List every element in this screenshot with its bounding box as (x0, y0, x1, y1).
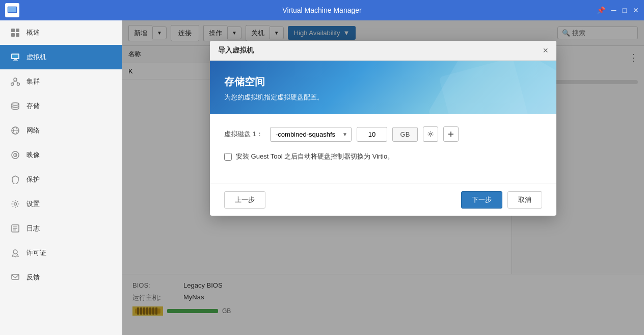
maximize-icon[interactable]: □ (623, 6, 627, 14)
sidebar: 概述 虚拟机 集群 存储 网络 (0, 20, 122, 335)
svg-rect-11 (13, 60, 18, 61)
svg-point-39 (430, 133, 432, 135)
cancel-button[interactable]: 取消 (507, 191, 542, 209)
app-icon (5, 3, 19, 17)
protection-icon (10, 174, 20, 185)
modal-footer: 上一步 下一步 取消 (210, 184, 556, 216)
svg-point-13 (11, 83, 14, 86)
modal-title: 导入虚拟机 (218, 46, 254, 55)
network-icon (10, 125, 20, 136)
sidebar-label-vm: 虚拟机 (26, 53, 46, 62)
modal-banner-title: 存储空间 (224, 75, 542, 89)
sidebar-item-storage[interactable]: 存储 (0, 94, 122, 118)
svg-rect-7 (16, 33, 19, 37)
svg-line-16 (15, 81, 18, 83)
sidebar-label-settings: 设置 (26, 199, 40, 209)
svg-rect-30 (12, 274, 19, 279)
sidebar-label-protection: 保护 (26, 175, 40, 184)
svg-rect-3 (9, 14, 15, 15)
sidebar-label-overview: 概述 (26, 28, 40, 37)
sidebar-label-feedback: 反馈 (26, 273, 40, 282)
modal-banner: 存储空间 为您的虚拟机指定虚拟硬盘配置。 (210, 61, 556, 114)
checkbox-row: 安装 Guest Tool 之后自动将硬盘控制器切换为 Virtio。 (224, 152, 542, 161)
cluster-icon (10, 76, 20, 87)
app-title: Virtual Machine Manager (282, 6, 361, 14)
pin-icon[interactable]: 📌 (597, 6, 605, 14)
sidebar-label-image: 映像 (26, 150, 40, 160)
svg-point-14 (17, 83, 20, 86)
sidebar-label-cluster: 集群 (26, 77, 40, 86)
disk-select[interactable]: -combined-squashfs (270, 127, 352, 142)
svg-point-29 (13, 250, 17, 254)
sidebar-label-license: 许可证 (26, 248, 46, 257)
virtio-checkbox-label: 安装 Guest Tool 之后自动将硬盘控制器切换为 Virtio。 (236, 152, 394, 161)
disk-select-wrap[interactable]: -combined-squashfs ▼ (270, 127, 352, 142)
svg-line-15 (12, 81, 15, 83)
svg-rect-10 (14, 59, 17, 60)
disk-field-row: 虚拟磁盘 1： -combined-squashfs ▼ (224, 126, 542, 142)
import-vm-modal: 导入虚拟机 × 存储空间 为您的虚拟机指定虚拟硬盘配置。 虚拟磁盘 1： -co… (210, 41, 556, 216)
modal-overlay: 导入虚拟机 × 存储空间 为您的虚拟机指定虚拟硬盘配置。 虚拟磁盘 1： -co… (122, 20, 644, 335)
image-icon (10, 150, 20, 160)
main-content: 新增 ▼ 连接 操作 ▼ 关机 ▼ High Availability ▼ 🔍 (122, 20, 644, 335)
virtio-checkbox[interactable] (224, 153, 232, 161)
sidebar-item-cluster[interactable]: 集群 (0, 69, 122, 94)
overview-icon (10, 28, 20, 38)
svg-rect-5 (16, 29, 19, 32)
disk-settings-button[interactable] (423, 126, 438, 142)
sidebar-item-protection[interactable]: 保护 (0, 167, 122, 192)
svg-point-17 (12, 103, 19, 106)
sidebar-label-network: 网络 (26, 126, 40, 135)
svg-point-12 (14, 78, 17, 81)
storage-icon (10, 101, 20, 111)
license-icon (10, 248, 20, 258)
next-button[interactable]: 下一步 (461, 191, 502, 209)
svg-rect-4 (11, 29, 15, 32)
svg-point-23 (15, 154, 16, 156)
sidebar-item-license[interactable]: 许可证 (0, 241, 122, 265)
sidebar-label-log: 日志 (26, 224, 40, 233)
disk-label: 虚拟磁盘 1： (224, 130, 265, 139)
modal-close-button[interactable]: × (543, 46, 548, 55)
close-icon[interactable]: ✕ (633, 6, 639, 14)
sidebar-item-image[interactable]: 映像 (0, 143, 122, 167)
feedback-icon (10, 272, 20, 282)
minimize-icon[interactable]: ─ (611, 6, 616, 14)
sidebar-item-vm[interactable]: 虚拟机 (0, 45, 122, 69)
settings-icon (10, 199, 20, 209)
prev-button[interactable]: 上一步 (224, 191, 265, 209)
disk-size-input[interactable] (357, 127, 387, 142)
sidebar-label-storage: 存储 (26, 101, 40, 111)
vm-icon (10, 52, 20, 62)
sidebar-item-overview[interactable]: 概述 (0, 20, 122, 45)
modal-titlebar: 导入虚拟机 × (210, 41, 556, 61)
window-controls: 📌 ─ □ ✕ (597, 6, 639, 14)
svg-rect-9 (12, 55, 18, 58)
modal-body: 虚拟磁盘 1： -combined-squashfs ▼ (210, 114, 556, 184)
disk-unit-input (392, 127, 418, 142)
sidebar-item-log[interactable]: 日志 (0, 216, 122, 241)
svg-point-24 (14, 203, 17, 205)
sidebar-item-feedback[interactable]: 反馈 (0, 265, 122, 290)
svg-rect-6 (11, 33, 15, 37)
svg-rect-1 (8, 7, 16, 12)
modal-footer-right: 下一步 取消 (461, 191, 542, 209)
sidebar-item-network[interactable]: 网络 (0, 118, 122, 143)
modal-banner-subtitle: 为您的虚拟机指定虚拟硬盘配置。 (224, 93, 542, 102)
title-bar: Virtual Machine Manager 📌 ─ □ ✕ (0, 0, 644, 20)
svg-rect-2 (10, 13, 14, 14)
log-icon (10, 223, 20, 234)
disk-add-button[interactable] (443, 126, 459, 142)
sidebar-item-settings[interactable]: 设置 (0, 192, 122, 216)
